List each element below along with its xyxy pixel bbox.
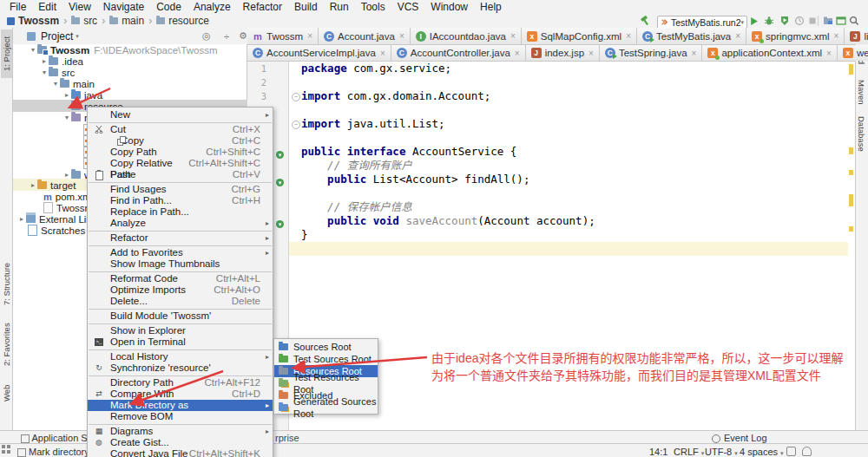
breadcrumb-main[interactable]: main — [97, 15, 144, 27]
settings-gear-icon[interactable]: ⚙ — [239, 30, 247, 42]
close-icon[interactable]: × — [834, 31, 839, 41]
menu-refactor[interactable]: Refactor — [237, 1, 288, 13]
toolwindow-switcher-icon[interactable] — [2, 445, 10, 454]
scrollbar-warning-mark[interactable] — [849, 226, 853, 232]
fold-marker-icon[interactable]: − — [292, 121, 300, 129]
close-icon[interactable]: × — [735, 31, 740, 41]
tab-accountserviceimpl-java[interactable]: CAccountServiceImpl.java× — [247, 45, 391, 61]
close-icon[interactable]: × — [399, 31, 404, 41]
notification-bell-icon[interactable] — [802, 447, 812, 456]
tree-item-main[interactable]: ▾main — [51, 78, 95, 89]
close-icon[interactable]: × — [692, 49, 697, 58]
close-icon[interactable]: × — [826, 49, 832, 58]
menu-item-synchronize[interactable]: ↻Synchronize 'resource' — [88, 362, 273, 374]
tab-springmvc-xml[interactable]: xspringmvc.xml× — [746, 28, 845, 44]
terminal-window-button[interactable] — [834, 14, 848, 28]
close-icon[interactable]: × — [307, 31, 312, 41]
fold-marker-icon[interactable]: − — [292, 93, 300, 101]
encoding-selector[interactable]: UTF-8 ▾ — [705, 447, 738, 457]
close-icon[interactable]: × — [510, 31, 516, 41]
submenu-item-test-resources-root[interactable]: Test Resources Root — [274, 377, 378, 389]
implemented-marker-icon[interactable]: ▾ — [276, 151, 284, 159]
menu-item-copy-path[interactable]: Copy PathCtrl+Shift+C — [88, 147, 273, 158]
tab-testspring-java[interactable]: CTestSpring.java× — [600, 45, 702, 61]
menu-item-diagrams[interactable]: ▦Diagrams — [88, 426, 273, 437]
scrollbar-warning-mark[interactable] — [849, 147, 853, 154]
toolwindow-tab-favorites[interactable]: 2: Favorites — [1, 317, 13, 371]
tab-iaccountdao-java[interactable]: IIAccountdao.java× — [411, 28, 522, 44]
menu-item-optimize-imports[interactable]: Optimize ImportsCtrl+Alt+O — [88, 284, 273, 296]
close-icon[interactable]: × — [380, 49, 385, 58]
close-icon[interactable]: × — [626, 31, 631, 41]
close-icon[interactable]: × — [515, 49, 520, 58]
caret-position[interactable]: 14:1 — [649, 447, 667, 457]
menu-item-find-in-path[interactable]: Find in Path...Ctrl+H — [88, 195, 273, 206]
tab-testmybatis-java[interactable]: CTestMyBatis.java× — [637, 28, 746, 44]
project-panel-title[interactable]: Project — [41, 30, 73, 42]
toolwindow-tab-database[interactable]: Database — [857, 116, 866, 152]
menu-run[interactable]: Run — [324, 1, 355, 13]
close-icon[interactable]: × — [589, 49, 594, 58]
menu-item-replace-in-path[interactable]: Replace in Path... — [88, 206, 273, 218]
tree-item-root-twossm[interactable]: ▾ TwossmF:\IDEAworkSpace\Twossm — [29, 44, 217, 55]
menu-view[interactable]: View — [62, 1, 97, 13]
implemented-marker-icon[interactable]: ▾ — [276, 179, 284, 186]
menu-item-cut[interactable]: CutCtrl+X — [88, 124, 273, 135]
menu-navigate[interactable]: Navigate — [97, 1, 150, 13]
locate-file-icon[interactable]: ◎ — [202, 30, 211, 42]
tab-index-jsp[interactable]: Jindex.jsp× — [526, 45, 600, 61]
submenu-item-test-sources-root[interactable]: Test Sources Root — [274, 353, 378, 365]
menu-item-copy-relative-path[interactable]: Copy Relative PathCtrl+Alt+Shift+C — [88, 158, 273, 169]
menu-item-refactor[interactable]: Refactor — [88, 232, 273, 244]
implemented-marker-icon[interactable]: ▾ — [276, 220, 284, 228]
tree-item-target[interactable]: ▸target — [29, 180, 76, 191]
tab-sqlmapconfig-xml[interactable]: xSqlMapConfig.xml× — [522, 28, 637, 44]
menu-item-add-to-favorites[interactable]: Add to Favorites — [88, 247, 273, 258]
menu-vcs[interactable]: VCS — [391, 1, 425, 13]
toolwindow-tab-web[interactable]: Web — [1, 378, 13, 408]
tab-applicationcontext-xml[interactable]: xapplicationContext.xml× — [702, 45, 838, 61]
menu-item-open-in-terminal[interactable]: Open in Terminal — [88, 336, 273, 348]
menu-window[interactable]: Window — [424, 1, 474, 13]
menu-item-convert-to-kotlin[interactable]: Convert Java File to Kotlin FileCtrl+Alt… — [88, 448, 273, 457]
menu-file[interactable]: File — [3, 1, 32, 13]
menu-edit[interactable]: Edit — [32, 1, 62, 13]
menu-item-show-image-thumbnails[interactable]: Show Image Thumbnails — [88, 258, 273, 270]
menu-item-directory-path[interactable]: Directory PathCtrl+Alt+F12 — [88, 377, 273, 388]
tree-item-idea[interactable]: ▸.idea — [40, 55, 83, 67]
menu-help[interactable]: Help — [474, 1, 508, 13]
menu-analyze[interactable]: Analyze — [187, 1, 237, 13]
breadcrumb-src[interactable]: src — [59, 15, 97, 27]
menu-item-find-usages[interactable]: Find UsagesCtrl+G — [88, 184, 273, 195]
scrollbar-warning-mark[interactable] — [849, 64, 853, 75]
tab-list-jsp[interactable]: Jlist.jsp× — [845, 28, 868, 44]
run-with-coverage-button[interactable] — [778, 14, 792, 28]
run-config-selector[interactable]: TestMyBatis.run2 ▾ — [657, 16, 747, 29]
menu-tools[interactable]: Tools — [355, 1, 391, 13]
tree-item-pom-xml[interactable]: mpom.xml — [43, 191, 93, 202]
debug-button[interactable] — [762, 14, 776, 28]
toolwindow-tab-maven[interactable]: Maven — [857, 80, 866, 105]
project-structure-button[interactable] — [821, 14, 835, 28]
tab-account-java[interactable]: CAccount.java× — [319, 28, 411, 44]
tab-twossm[interactable]: mTwossm× — [247, 28, 319, 44]
menu-item-create-gist[interactable]: ◍Create Gist... — [88, 437, 273, 448]
menu-code[interactable]: Code — [150, 1, 187, 13]
menu-item-show-in-explorer[interactable]: Show in Explorer — [88, 325, 273, 336]
menu-item-copy[interactable]: CopyCtrl+C — [88, 135, 273, 147]
menu-item-remove-bom[interactable]: Remove BOM — [88, 411, 273, 422]
chevron-down-icon[interactable]: ▾ — [76, 33, 79, 40]
search-everywhere-button[interactable] — [847, 14, 861, 28]
tab-web-xml[interactable]: xweb.xml× — [838, 45, 868, 61]
menu-build[interactable]: Build — [288, 1, 324, 13]
menu-item-mark-directory-as[interactable]: Mark Directory as — [88, 400, 273, 411]
lock-icon[interactable] — [786, 447, 796, 456]
scrollbar-warning-mark[interactable] — [849, 170, 853, 175]
breadcrumb-module[interactable]: Twossm — [7, 15, 59, 27]
menu-item-analyze[interactable]: Analyze — [88, 218, 273, 229]
collapse-all-icon[interactable]: ÷ — [224, 31, 229, 42]
menu-item-local-history[interactable]: Local History — [88, 351, 273, 362]
toolwindow-tab-project[interactable]: 1: Project — [1, 29, 12, 78]
tree-item-java[interactable]: ▸java — [62, 89, 102, 101]
scrollbar-warning-mark[interactable] — [849, 194, 853, 206]
